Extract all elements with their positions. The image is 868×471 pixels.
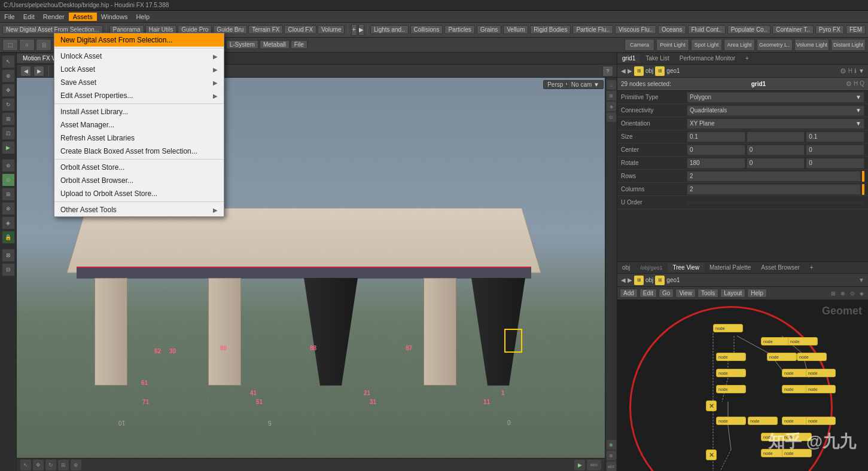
vp-ctrl-right-icon[interactable]: ▶	[33, 66, 44, 77]
tb-fem[interactable]: FEM	[846, 25, 866, 34]
node-6[interactable]: node	[716, 369, 746, 377]
vp-ctrl-left-icon[interactable]: ◀	[20, 66, 31, 77]
tb-arrow-icon[interactable]: ▶	[358, 24, 364, 36]
sb-grid-icon[interactable]: ⊞	[2, 188, 15, 201]
dd-refresh[interactable]: Refresh Asset Libraries	[54, 131, 224, 145]
rb-forward[interactable]: ▶	[628, 277, 632, 283]
sb-sop-icon[interactable]: ⊟	[2, 263, 15, 276]
bc-info-icon[interactable]: ℹ	[854, 68, 857, 74]
node-15[interactable]: node	[806, 417, 836, 425]
tb-viscousfl[interactable]: Viscous Flu..	[615, 25, 656, 34]
tb-pyrofx[interactable]: Pyro FX	[815, 25, 844, 34]
rb-tb-edit[interactable]: Edit	[639, 289, 657, 298]
node-8[interactable]: node	[806, 369, 836, 377]
tb2-geolight-icon[interactable]: Geometry L..	[757, 39, 793, 51]
node-9[interactable]: node	[716, 385, 746, 393]
vp-b-rotate[interactable]: ↻	[45, 460, 56, 470]
bc-forward[interactable]: ▶	[628, 68, 632, 74]
prop-center-z[interactable]: 0	[806, 145, 864, 155]
sb-move-icon[interactable]: ✥	[2, 84, 15, 97]
rb-back[interactable]: ◀	[621, 277, 626, 283]
sb-play-icon[interactable]: ▶	[2, 141, 15, 154]
vp-b-scale[interactable]: ⊞	[58, 460, 69, 470]
prop-columns-value[interactable]: 2	[687, 184, 861, 195]
sb-select-icon[interactable]: ⊕	[2, 69, 15, 82]
tb2-new-icon[interactable]: ⬚	[2, 39, 18, 51]
prop-size-x[interactable]: 0.1	[687, 131, 745, 142]
prop-orientation-value[interactable]: XY Plane ▼	[687, 118, 864, 129]
sb-snap-icon[interactable]: ⊛	[2, 159, 15, 172]
sb-vis-icon[interactable]: ◈	[2, 216, 15, 230]
bc-gear-icon[interactable]: ⚙	[840, 67, 846, 75]
sb-cursor-icon[interactable]: ↖	[2, 55, 15, 68]
node-13[interactable]: node	[748, 417, 778, 425]
dd-assetmgr[interactable]: Asset Manager...	[54, 118, 224, 131]
sb-handle-icon[interactable]: ⊡	[2, 127, 15, 140]
nocam-btn[interactable]: No cam ▼	[567, 80, 604, 89]
tb-rigidbodies[interactable]: Rigid Bodies	[530, 25, 571, 34]
rb-tb-help[interactable]: Help	[747, 289, 767, 298]
tb-grains[interactable]: Grains	[477, 25, 501, 34]
bc-back[interactable]: ◀	[621, 68, 626, 74]
sel-gear[interactable]: ⚙	[846, 80, 852, 88]
prop-uorder-value[interactable]	[687, 201, 864, 204]
bc-obj-icon[interactable]: ⊞	[634, 66, 644, 76]
vp-b-snap[interactable]: ⊕	[71, 460, 81, 470]
tb2-vollight-icon[interactable]: Volume Light	[794, 39, 829, 51]
bc-geo1-icon[interactable]: ⊞	[655, 66, 665, 76]
rb-tab-matpalette[interactable]: Material Palette	[705, 263, 756, 272]
dd-upload-orbolt[interactable]: Upload to Orbolt Asset Store...	[54, 187, 224, 200]
node-12[interactable]: node	[716, 417, 746, 425]
vp-b-play[interactable]: ▶	[574, 460, 585, 470]
tb-collisions[interactable]: Collisions	[410, 25, 443, 34]
rt-tab-takelist[interactable]: Take List	[641, 54, 674, 63]
dd-install[interactable]: Install Asset Library...	[54, 105, 224, 118]
tb-vellum[interactable]: Vellum	[503, 25, 528, 34]
prop-connectivity-value[interactable]: Quadrilaterals ▼	[687, 105, 864, 116]
node-1[interactable]: node	[761, 337, 791, 345]
vp-b-cursor[interactable]: ↖	[20, 460, 31, 470]
sb-mirror-icon[interactable]: ⊙	[2, 173, 15, 186]
sb-lock2-icon[interactable]: 🔒	[2, 231, 15, 244]
vpr-abc[interactable]: abc	[607, 461, 616, 471]
rt-tab-perfmon[interactable]: Performance Monitor	[675, 54, 741, 63]
dd-unlock[interactable]: Unlock Asset ▶	[54, 50, 224, 63]
tb-oceans[interactable]: Oceans	[658, 25, 686, 34]
rb-end-icon[interactable]: ▼	[858, 277, 864, 283]
sb-xray-icon[interactable]: ⊗	[2, 202, 15, 215]
tb-cloudfx[interactable]: Cloud FX	[284, 25, 316, 34]
rb-icon-4[interactable]: ◈	[858, 290, 866, 297]
rt-tab-grid1[interactable]: grid1	[617, 54, 641, 63]
rb-tab-assetbrowser[interactable]: Asset Browser	[756, 263, 805, 272]
sb-scale-icon[interactable]: ⊞	[2, 112, 15, 126]
rb-geo1-icon[interactable]: ⊞	[655, 276, 665, 285]
rb-obj-icon[interactable]: ⊞	[634, 276, 644, 285]
tb2-distlight-icon[interactable]: Distant Light	[831, 39, 866, 51]
prop-rotate-x[interactable]: 180	[687, 158, 745, 169]
vpr-cam[interactable]: ◈	[607, 102, 616, 111]
rb-icon-2[interactable]: ⊗	[839, 290, 847, 297]
prop-center-x[interactable]: 0	[687, 145, 745, 155]
prop-rows-slider[interactable]	[862, 171, 864, 182]
sel-h[interactable]: H	[854, 80, 858, 88]
prop-size-z[interactable]: 0.1	[806, 131, 864, 142]
tb-fluidcont[interactable]: Fluid Cont..	[688, 25, 726, 34]
vpr-lock[interactable]: ⊕	[607, 440, 616, 449]
tb2-ptlight-icon[interactable]: Point Light	[656, 39, 689, 51]
dd-orbolt-browser[interactable]: Orbolt Asset Browser...	[54, 174, 224, 187]
prop-size-y[interactable]	[747, 131, 805, 142]
sel-q[interactable]: Q	[860, 80, 864, 88]
node-top-center[interactable]: node	[713, 324, 743, 332]
vpr-grid[interactable]: ⊞	[607, 91, 616, 100]
tb-particles[interactable]: Particles	[444, 25, 474, 34]
rt-tab-add[interactable]: +	[741, 54, 754, 63]
prop-rows-value[interactable]: 2	[687, 171, 861, 182]
rb-tb-go[interactable]: Go	[659, 289, 674, 298]
rb-icon-3[interactable]: ⊙	[848, 290, 857, 297]
tb-lights[interactable]: Lights and..	[370, 25, 409, 34]
vp-b-abc[interactable]: abc	[587, 460, 601, 470]
tb-terrain[interactable]: Terrain FX	[248, 25, 283, 34]
tb-plus-icon[interactable]: +	[351, 24, 357, 36]
tb-volume[interactable]: Volume	[318, 25, 345, 34]
vp-b-move[interactable]: ✥	[33, 460, 44, 470]
